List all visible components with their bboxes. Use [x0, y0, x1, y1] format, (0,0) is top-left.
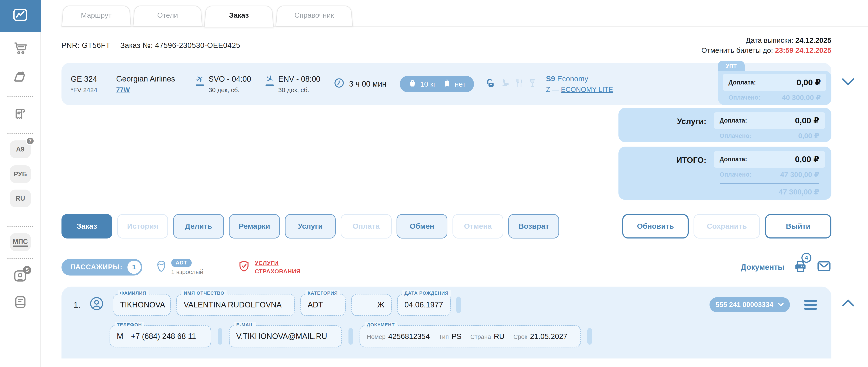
- tab-directory[interactable]: Справочник: [276, 4, 353, 26]
- field-separator: [587, 328, 592, 345]
- remarks-button[interactable]: Ремарки: [229, 214, 280, 238]
- plane-landing-icon: ✈: [266, 75, 274, 93]
- class-code: S9: [546, 74, 555, 83]
- total-paid-row: Оплачено: 47 300,00 ₽: [714, 167, 825, 179]
- birthdate-value: 04.06.1977: [404, 300, 443, 309]
- total-surcharge-value: 0,00 ₽: [795, 154, 819, 164]
- mps-badge-label: МПС: [13, 238, 28, 247]
- surcharge-label: Доплата:: [728, 79, 756, 86]
- codeshare-number: *FV 2424: [71, 86, 110, 94]
- sidebar: A9 7 РУБ RU МПС S: [0, 0, 41, 367]
- currency-badge[interactable]: РУБ: [10, 165, 31, 183]
- folder-icon[interactable]: [12, 69, 28, 85]
- services-button[interactable]: Услуги: [285, 214, 336, 238]
- fare-name-link[interactable]: ECONOMY LITE: [561, 86, 613, 93]
- dates-block: Дата выписки: 24.12.2025 Отменить билеты…: [702, 35, 831, 55]
- ticket-number: 555 241 00003334: [716, 301, 773, 309]
- tab-order[interactable]: Заказ: [204, 4, 274, 26]
- exchange-button[interactable]: Обмен: [397, 214, 447, 238]
- arrival-airport-time: ENV - 08:00: [278, 75, 320, 84]
- print-documents-icon[interactable]: 4: [793, 259, 808, 276]
- field-separator: [456, 297, 461, 313]
- arrival-block: ✈ ENV - 08:00 30 дек, сб.: [266, 75, 320, 94]
- services-surcharge-value: 0,00 ₽: [795, 116, 819, 125]
- phone-value: +7 (684) 248 68 11: [131, 332, 196, 341]
- firstname-value: VALENTINA RUDOLFOVNA: [184, 300, 282, 309]
- email-field[interactable]: E-MAIL V.TIKHONOVA@MAIL.RU: [229, 325, 342, 347]
- total-divider: [720, 183, 819, 184]
- flight-number: GE 324: [71, 75, 110, 84]
- clock-icon: [334, 78, 345, 91]
- ticket-number-dropdown[interactable]: 555 241 00003334: [710, 297, 790, 312]
- doc-expiry-value: 21.05.2027: [530, 332, 567, 340]
- doc-number-value: 4256812354: [388, 332, 430, 340]
- departure-airport-time: SVO - 04:00: [209, 75, 251, 84]
- gender-field[interactable]: Ж: [351, 294, 392, 316]
- passenger-menu-icon[interactable]: [804, 300, 817, 310]
- upt-surcharge-box: Доплата: 0,00 ₽: [723, 74, 826, 91]
- doc-type-value: PS: [452, 332, 461, 340]
- cart-icon[interactable]: [13, 41, 28, 56]
- category-value: ADT: [308, 300, 323, 309]
- passenger-card: 1. ФАМИЛИЯ TIKHONOVA ИМЯ ОТЧЕСТВО VALENT…: [61, 286, 831, 359]
- receipt-icon[interactable]: [13, 107, 28, 122]
- category-field[interactable]: КАТЕГОРИЯ ADT: [300, 294, 346, 316]
- cancel-deadline-value: 23:59 24.12.2025: [775, 46, 831, 54]
- flight-number-block: GE 324 *FV 2424: [71, 75, 110, 94]
- services-total-panel: Услуги: Доплата: 0,00 ₽ Оплачено: 0,00 ₽: [618, 108, 831, 142]
- action-buttons-row: Заказ История Делить Ремарки Услуги Опла…: [61, 214, 831, 238]
- birthdate-field[interactable]: ДАТА РОЖДЕНИЯ 04.06.1977: [397, 294, 451, 316]
- insurance-link[interactable]: УСЛУГИ СТРАХОВАНИЯ: [238, 259, 301, 276]
- refund-button[interactable]: Возврат: [508, 214, 559, 238]
- total-surcharge-box: Доплата: 0,00 ₽: [714, 151, 825, 167]
- passengers-count: 1: [127, 261, 141, 274]
- chart-logo-icon: [12, 7, 29, 25]
- passenger-type-text: 1 взрослый: [171, 269, 204, 276]
- phone-field[interactable]: ТЕЛЕФОН M +7 (684) 248 68 11: [110, 325, 211, 347]
- airline-name: Georgian Airlines: [116, 74, 187, 83]
- cancel-deadline-label: Отменить билеты до:: [702, 46, 773, 54]
- checked-baggage-value: нет: [455, 80, 466, 88]
- grand-total-panel: ИТОГО: Доплата: 0,00 ₽ Оплачено: 47 300,…: [618, 147, 831, 200]
- document-field[interactable]: ДОКУМЕНТ Номер4256812354 ТипPS СтранаRU …: [360, 325, 581, 347]
- language-badge-label: RU: [16, 195, 25, 202]
- agent-badge[interactable]: A9 7: [10, 141, 31, 158]
- upt-tab[interactable]: УПТ: [718, 61, 745, 71]
- airline-block: Georgian Airlines 77W: [116, 74, 187, 94]
- flight-card: GE 324 *FV 2424 Georgian Airlines 77W ✈ …: [61, 63, 831, 105]
- passenger-collapse-chevron-up-icon[interactable]: [842, 299, 855, 309]
- documents-block: Документы 4: [741, 259, 831, 276]
- mps-badge[interactable]: МПС: [10, 233, 31, 251]
- plane-takeoff-icon: ✈: [196, 75, 204, 93]
- profile-icon[interactable]: S: [12, 268, 28, 284]
- field-separator: [218, 328, 222, 345]
- adult-head-icon: [155, 259, 168, 275]
- exit-button[interactable]: Выйти: [765, 214, 831, 238]
- baggage-badge: 10 кг нет: [400, 76, 474, 92]
- language-badge[interactable]: RU: [10, 189, 31, 207]
- app-logo[interactable]: [0, 0, 41, 32]
- split-button[interactable]: Делить: [173, 214, 224, 238]
- history-button: История: [117, 214, 168, 238]
- tab-hotels[interactable]: Отели: [133, 4, 203, 26]
- print-count-badge: 4: [801, 253, 811, 263]
- sidebar-divider: [7, 226, 33, 227]
- aircraft-link[interactable]: 77W: [116, 86, 130, 94]
- insurance-line1: УСЛУГИ: [255, 259, 301, 267]
- lastname-field[interactable]: ФАМИЛИЯ TIKHONOVA: [113, 294, 171, 316]
- email-documents-icon[interactable]: [816, 259, 831, 276]
- profile-status-badge: S: [23, 266, 31, 274]
- agent-badge-label: A9: [16, 146, 25, 153]
- issue-date-value: 24.12.2025: [796, 36, 831, 44]
- firstname-field[interactable]: ИМЯ ОТЧЕСТВО VALENTINA RUDOLFOVNA: [176, 294, 294, 316]
- flight-collapse-chevron-down-icon[interactable]: [842, 78, 855, 88]
- order-header: PNR: GT56FT Заказ №: 47596-230530-OEE042…: [61, 35, 831, 55]
- tab-route[interactable]: Маршрут: [61, 4, 131, 26]
- fare-feature-icons: [485, 78, 537, 91]
- passenger-row-main: 1. ФАМИЛИЯ TIKHONOVA ИМЯ ОТЧЕСТВО VALENT…: [68, 294, 825, 316]
- book-icon[interactable]: [13, 295, 28, 310]
- phone-type: M: [117, 332, 123, 341]
- order-button[interactable]: Заказ: [61, 214, 112, 238]
- refresh-button[interactable]: Обновить: [622, 214, 689, 238]
- services-paid-row: Оплачено: 0,00 ₽: [714, 129, 825, 140]
